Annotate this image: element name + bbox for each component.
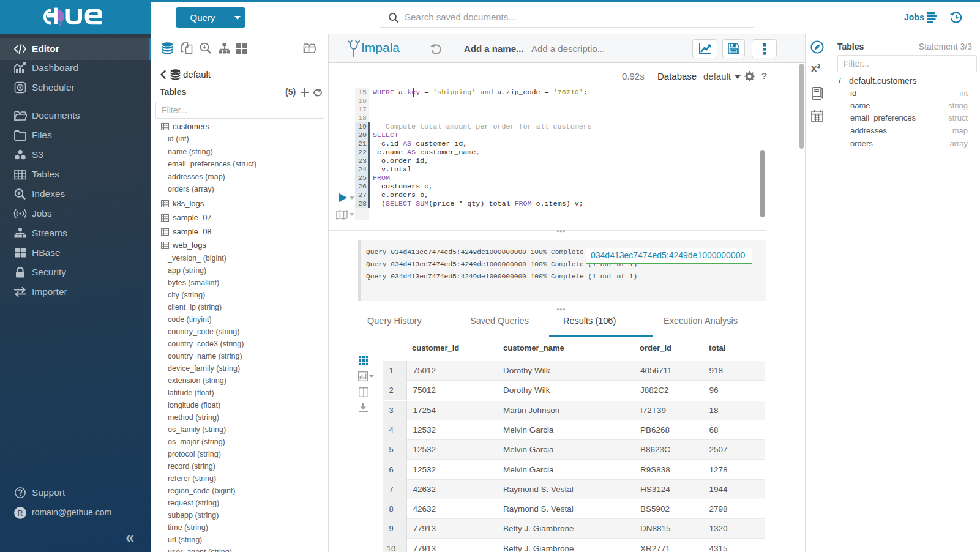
- svg-text:R: R: [18, 509, 23, 518]
